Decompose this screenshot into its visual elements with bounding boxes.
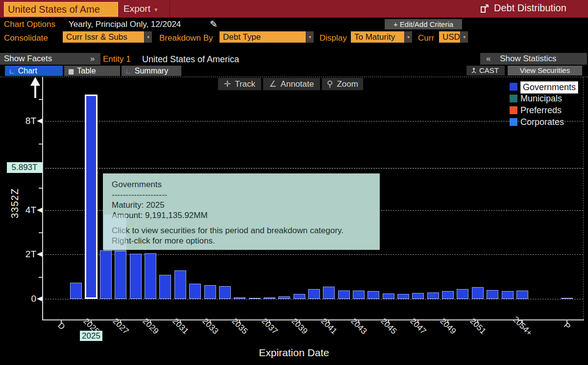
bar-2051[interactable] (472, 287, 484, 299)
bar-2044[interactable] (368, 291, 379, 299)
bar-2029[interactable] (145, 253, 156, 299)
bar-2028[interactable] (130, 254, 142, 299)
bar-2037[interactable] (264, 297, 275, 299)
hover-tooltip: Governments -------------------- Maturit… (103, 173, 380, 250)
y-minor-tick (39, 99, 42, 100)
bar-2042[interactable] (338, 291, 350, 299)
y-minor-tick (39, 188, 42, 189)
x-tick-label: 2051 (460, 308, 496, 344)
crosshair-y-value-label: 5.893T (7, 162, 42, 173)
y-gridline (45, 299, 583, 299)
y-minor-tick (39, 277, 42, 278)
y-tick-marker-icon (37, 119, 42, 123)
y-tick-label: 8T (11, 116, 36, 126)
x-tick-label: P (549, 308, 585, 344)
y-tick-label: 0 (11, 293, 36, 304)
tooltip-hint-rightclick: Right-click for more options. (112, 236, 380, 246)
bar-2025[interactable] (85, 95, 98, 299)
bar-2031[interactable] (174, 270, 186, 299)
bar-2024[interactable] (70, 283, 82, 299)
tooltip-divider: -------------------- (112, 190, 380, 200)
bar-P[interactable] (561, 298, 573, 299)
bar-2049[interactable] (442, 291, 454, 299)
bar-2043[interactable] (353, 291, 365, 299)
bar-2045[interactable] (383, 293, 394, 299)
bar-2047[interactable] (412, 293, 424, 299)
debt-distribution-screen: United States of Ame Export▾ Debt Distri… (0, 0, 588, 365)
y-tick-marker-icon (37, 208, 42, 213)
y-gridline (45, 121, 583, 122)
crosshair-line (45, 168, 583, 169)
bar-2053[interactable] (502, 291, 514, 299)
bar-2050[interactable] (457, 289, 468, 299)
bar-2041[interactable] (323, 287, 335, 299)
x-tick-label: 2054+ (504, 308, 540, 344)
bar-2032[interactable] (189, 284, 201, 299)
y-tick-marker-icon (37, 296, 42, 301)
crosshair-x-value-label: 2025 (80, 331, 102, 341)
tooltip-series-title: Governments (112, 179, 380, 190)
y-minor-tick (39, 232, 42, 233)
bar-2039[interactable] (294, 294, 305, 299)
bar-2040[interactable] (308, 289, 320, 299)
bar-2026[interactable] (100, 250, 112, 299)
bar-2035[interactable] (234, 297, 245, 299)
y-tick-marker-icon (37, 252, 42, 257)
bar-2052[interactable] (487, 290, 498, 299)
bar-2036[interactable] (249, 298, 261, 299)
y-minor-tick (39, 144, 42, 145)
tooltip-amount: Amount: 9,191,135.92MM (112, 210, 380, 220)
bar-2033[interactable] (204, 285, 216, 299)
bar-2038[interactable] (278, 296, 290, 299)
bar-2030[interactable] (159, 275, 171, 299)
bar-2048[interactable] (427, 292, 439, 299)
bar-2034[interactable] (219, 286, 231, 299)
bar-2027[interactable] (115, 251, 126, 299)
y-tick-label: 4T (11, 205, 36, 216)
bar-2054+[interactable] (516, 291, 528, 299)
crosshair-hover-band (104, 215, 126, 251)
bar-2046[interactable] (397, 294, 409, 299)
y-tick-label: 2T (11, 249, 36, 260)
tooltip-hint-click: Click to view securities for this period… (112, 225, 380, 236)
tooltip-maturity: Maturity: 2025 (112, 200, 380, 210)
